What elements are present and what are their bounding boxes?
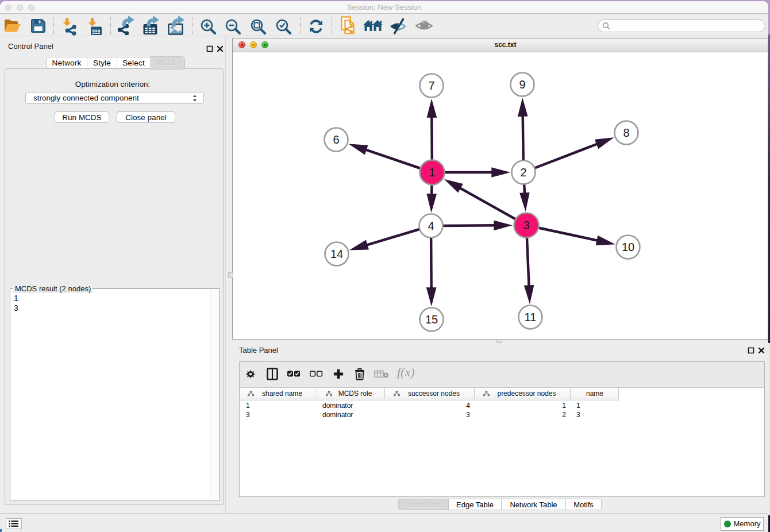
svg-text:11: 11	[525, 311, 537, 323]
svg-text:4: 4	[428, 219, 434, 232]
svg-text:6: 6	[333, 133, 339, 146]
svg-text:2: 2	[520, 166, 526, 179]
svg-text:15: 15	[425, 313, 438, 326]
svg-text:1: 1	[429, 166, 435, 179]
svg-text:8: 8	[623, 126, 629, 139]
svg-text:14: 14	[330, 248, 343, 260]
svg-text:10: 10	[622, 241, 634, 253]
svg-text:3: 3	[523, 219, 529, 232]
svg-text:9: 9	[519, 78, 525, 91]
svg-text:7: 7	[428, 79, 434, 92]
